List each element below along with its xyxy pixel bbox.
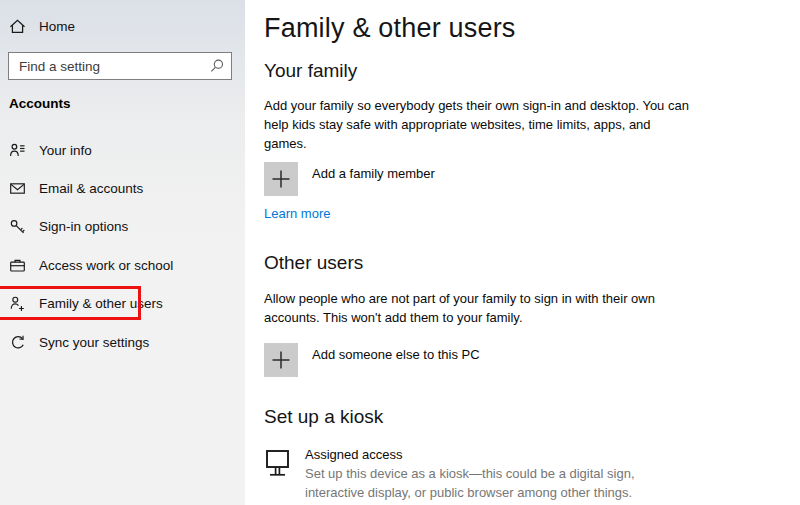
home-label: Home [39, 19, 75, 34]
sidebar-item-email-accounts[interactable]: Email & accounts [0, 169, 245, 207]
email-icon [9, 180, 26, 197]
settings-window: Home Accounts [0, 0, 800, 505]
page-title: Family & other users [264, 12, 770, 45]
sync-icon [9, 334, 26, 351]
sidebar-item-sync-settings[interactable]: Sync your settings [0, 323, 245, 361]
contact-info-icon [9, 142, 26, 159]
main-content: Family & other users Your family Add you… [245, 0, 800, 505]
add-family-member-label: Add a family member [312, 166, 435, 181]
sidebar-item-home[interactable]: Home [9, 18, 75, 35]
assigned-access-title: Assigned access [305, 446, 685, 463]
other-users-description: Allow people who are not part of your fa… [264, 289, 694, 327]
sidebar-item-family-other-users[interactable]: Family & other users [0, 285, 245, 323]
search-input[interactable] [8, 52, 232, 80]
assigned-access-text: Assigned access Set up this device as a … [305, 446, 685, 502]
section-heading-your-family: Your family [264, 58, 770, 83]
plus-icon[interactable] [264, 162, 298, 196]
kiosk-display-icon [264, 446, 292, 488]
sidebar-item-your-info[interactable]: Your info [0, 131, 245, 169]
sidebar-item-label: Your info [39, 143, 92, 158]
add-other-user-label: Add someone else to this PC [312, 347, 480, 362]
sidebar-item-label: Sync your settings [39, 335, 149, 350]
sidebar: Home Accounts [0, 0, 245, 505]
add-family-member-button[interactable]: Add a family member [264, 162, 770, 196]
sidebar-item-label: Sign-in options [39, 219, 128, 234]
family-icon [9, 295, 26, 312]
search-icon [209, 58, 225, 78]
add-other-user-button[interactable]: Add someone else to this PC [264, 343, 770, 377]
sidebar-section-accounts: Accounts [9, 96, 71, 111]
sidebar-item-access-work-school[interactable]: Access work or school [0, 246, 245, 284]
sidebar-item-label: Access work or school [39, 258, 173, 273]
section-heading-other-users: Other users [264, 250, 770, 275]
learn-more-link[interactable]: Learn more [264, 206, 330, 221]
sidebar-nav: Your info Email & accounts [0, 131, 245, 361]
sidebar-item-sign-in-options[interactable]: Sign-in options [0, 208, 245, 246]
assigned-access-description: Set up this device as a kiosk—this could… [305, 464, 685, 502]
home-icon [9, 18, 26, 35]
plus-icon[interactable] [264, 343, 298, 377]
search-box [8, 52, 232, 80]
briefcase-icon [9, 257, 26, 274]
sidebar-item-label: Family & other users [39, 296, 163, 311]
sidebar-item-label: Email & accounts [39, 181, 143, 196]
assigned-access-button[interactable]: Assigned access Set up this device as a … [264, 446, 770, 502]
your-family-description: Add your family so everybody gets their … [264, 96, 692, 153]
section-heading-kiosk: Set up a kiosk [264, 404, 770, 429]
key-icon [9, 218, 26, 235]
